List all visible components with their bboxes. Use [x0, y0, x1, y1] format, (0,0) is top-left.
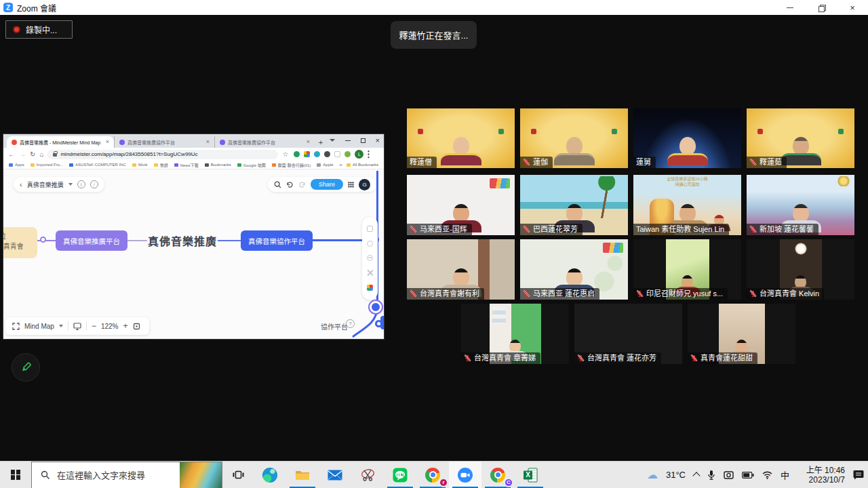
browser-menu-icon[interactable]	[368, 150, 370, 159]
extension-icon-color[interactable]	[304, 151, 310, 157]
taskbar-mail[interactable]	[319, 462, 351, 488]
mindmap-node-platform[interactable]: 真佛音樂推廣平台	[56, 230, 127, 251]
comment-bubble-icon[interactable]	[368, 300, 383, 314]
tab-close-icon[interactable]: ×	[106, 139, 109, 145]
bookmark-item[interactable]: Apple	[317, 163, 333, 167]
extension-icon-green[interactable]	[294, 151, 300, 157]
taskbar-search-box[interactable]: 在這裡輸入文字來搜尋	[31, 462, 222, 488]
ime-indicator[interactable]: 中	[781, 468, 789, 481]
back-icon[interactable]: ‹	[20, 180, 22, 188]
bookmarks-overflow-icon[interactable]: »	[339, 162, 342, 168]
presence-icon[interactable]	[367, 241, 373, 247]
extension-icon-teal[interactable]	[314, 151, 320, 157]
mindmap-node-partial[interactable]: 位 +真青會	[3, 227, 37, 258]
microphone-tray-icon[interactable]	[707, 470, 715, 481]
participant-tile[interactable]: 台灣真青會謝有利	[407, 239, 515, 300]
close-tools-icon[interactable]	[367, 270, 373, 276]
taskbar-snipping-tool[interactable]	[351, 462, 384, 488]
participant-tile[interactable]: 蓮舅	[633, 108, 741, 168]
browser-maximize-icon[interactable]	[361, 138, 366, 143]
action-center-icon[interactable]	[853, 470, 864, 480]
zoom-out-button[interactable]: −	[92, 322, 96, 330]
bookmark-item[interactable]: Work	[132, 163, 148, 167]
participant-tile[interactable]: 马来西亚-国辉	[407, 175, 515, 235]
upload-icon[interactable]: ↑	[90, 180, 98, 188]
mindmap-breadcrumb[interactable]: ‹ 真佛音樂推廣 i ↑	[14, 177, 104, 192]
bookmark-item[interactable]: Bookmarks	[205, 163, 231, 167]
mindmap-root-topic[interactable]: 真佛音樂推廣	[147, 234, 218, 247]
participant-tile[interactable]: 新加坡 蓮花馨馨	[747, 175, 854, 235]
browser-minimize-icon[interactable]	[345, 140, 351, 141]
bookmark-item[interactable]: ASUSTeK COMPUTER INC	[69, 163, 126, 167]
annotate-button[interactable]	[12, 353, 40, 382]
bookmark-item[interactable]: 聯盟·聯合行銷(01)	[272, 162, 311, 168]
view-mode-label[interactable]: Mind Map	[24, 323, 54, 330]
extension-icon-dark[interactable]	[324, 151, 330, 157]
home-icon[interactable]: ⌂	[39, 151, 43, 158]
participant-tile[interactable]: 巴西蓮花翠芳	[520, 175, 628, 235]
browser-close-icon[interactable]: ×	[376, 137, 380, 144]
mindmap-node-collab[interactable]: 真佛音樂協作平台	[241, 230, 313, 251]
integrations-icon[interactable]	[367, 285, 373, 291]
search-icon[interactable]	[274, 181, 281, 188]
account-avatar[interactable]: G	[359, 179, 370, 190]
participant-tile[interactable]: 真青會蓮花甜甜	[688, 304, 795, 364]
start-button[interactable]	[0, 462, 31, 488]
weather-icon[interactable]: ☁	[647, 470, 658, 481]
bookmark-item[interactable]: Imported Fro...	[31, 163, 63, 167]
presentation-icon[interactable]	[73, 323, 81, 330]
bookmark-item[interactable]: News下載	[174, 162, 199, 168]
taskbar-zoom[interactable]	[449, 462, 481, 488]
participant-tile[interactable]: 全球真佛宗道場24小時持誦心咒迴向Taiwan 素任助教 Sujen Lin	[633, 175, 741, 235]
search-highlight-image[interactable]	[180, 462, 222, 488]
extension-icon-box[interactable]	[334, 151, 340, 157]
bookmark-item[interactable]: All Bookmarks	[347, 163, 378, 167]
browser-tab-2[interactable]: 真佛音樂推廣協作平台 ×	[114, 136, 214, 148]
wifi-tray-icon[interactable]	[762, 471, 772, 479]
taskbar-line-app[interactable]	[384, 462, 416, 488]
bookmark-item[interactable]: Google 地圖	[237, 162, 266, 168]
recording-indicator[interactable]: 錄製中...	[5, 20, 73, 39]
participant-tile[interactable]: 台灣真青會 章菁娣	[461, 304, 569, 364]
participant-tile[interactable]: 台灣真青會 Kelvin	[747, 239, 854, 300]
new-tab-button[interactable]: +	[315, 136, 327, 148]
recorder-tray-icon[interactable]	[724, 470, 734, 479]
weather-temperature[interactable]: 31°C	[666, 470, 686, 480]
bookmark-item[interactable]: Apps	[9, 163, 24, 167]
browser-tab-active[interactable]: 真佛音樂推廣 - MindMeister Mind Map ×	[7, 136, 114, 148]
battery-tray-icon[interactable]	[742, 472, 754, 479]
star-bookmark-icon[interactable]: ☆	[282, 151, 288, 158]
taskbar-edge[interactable]	[254, 462, 286, 488]
layout-icon[interactable]	[367, 226, 373, 232]
participant-tile[interactable]: 蓮伽	[520, 108, 628, 168]
redo-icon[interactable]	[298, 181, 306, 188]
fit-screen-icon[interactable]	[133, 323, 140, 330]
apps-grid-icon[interactable]	[348, 182, 354, 188]
browser-tab-3[interactable]: 真佛音樂推廣協作平台 ×	[214, 136, 315, 148]
browser-profile-avatar[interactable]: L	[355, 150, 363, 159]
participant-tile[interactable]: 台灣真青會 蓮花亦芳	[574, 304, 682, 364]
mindmap-node-partial-bottom[interactable]: 協作平台	[321, 321, 348, 331]
bookmark-item[interactable]: 樂譜	[154, 162, 168, 168]
extension-icon-android[interactable]	[344, 151, 351, 157]
restore-button[interactable]	[806, 0, 837, 15]
back-icon[interactable]: ←	[8, 151, 15, 158]
participant-tile[interactable]: 印尼召財師兄 yusuf s...	[633, 239, 741, 300]
info-icon[interactable]: i	[77, 180, 85, 188]
taskbar-excel[interactable]: X	[514, 462, 547, 488]
taskbar-chrome-profile-1[interactable]: r	[416, 462, 449, 488]
participant-tile[interactable]: 釋蓮僧	[407, 108, 515, 168]
close-button[interactable]: ×	[837, 0, 868, 15]
mindmeister-canvas[interactable]: ‹ 真佛音樂推廣 i ↑ Share G 位 +真青會 真佛音樂推廣平台	[3, 169, 384, 339]
share-button[interactable]: Share	[311, 179, 343, 190]
reactions-icon[interactable]	[367, 255, 373, 261]
participant-tile[interactable]: 马来西亚 蓮花惠启	[520, 239, 628, 300]
reload-icon[interactable]: ↻	[30, 151, 35, 158]
tab-search-icon[interactable]	[330, 139, 335, 142]
forward-icon[interactable]: →	[19, 151, 26, 158]
tab-close-icon[interactable]: ×	[307, 139, 310, 145]
tab-close-icon[interactable]: ×	[206, 139, 210, 145]
zoom-in-button[interactable]: +	[123, 322, 128, 330]
hidden-icons-chevron[interactable]	[692, 472, 700, 479]
task-view-button[interactable]	[222, 462, 254, 488]
